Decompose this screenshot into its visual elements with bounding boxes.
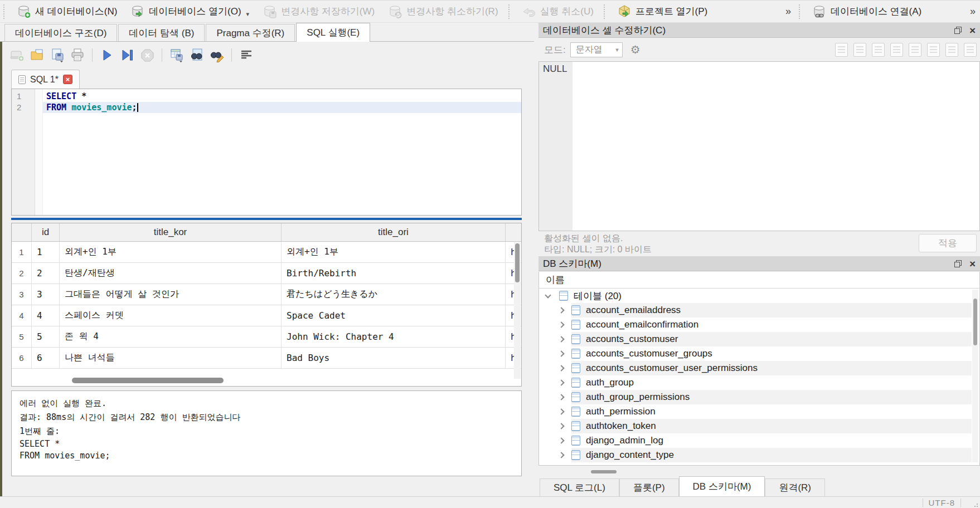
mode-select[interactable]: 문자열 ▾: [570, 42, 623, 57]
row-number-cell[interactable]: 4: [12, 305, 32, 326]
row-number-cell[interactable]: 6: [12, 348, 32, 368]
table-cell[interactable]: 그대들은 어떻게 살 것인가: [60, 284, 282, 305]
chevron-right-icon[interactable]: [558, 452, 564, 458]
import-text-icon[interactable]: [835, 43, 848, 57]
clipped-cell[interactable]: h: [506, 326, 515, 347]
chevron-right-icon[interactable]: [558, 321, 564, 328]
clipped-cell[interactable]: h: [506, 348, 515, 368]
schema-column-header[interactable]: 이름: [539, 272, 979, 289]
chevron-right-icon[interactable]: [558, 423, 564, 429]
table-cell[interactable]: 2: [32, 263, 60, 284]
table-row[interactable]: 11외계+인 1부외계+인 1부h: [12, 242, 521, 263]
sql-editor-lines[interactable]: SELECT *FROM movies_movie;: [43, 89, 521, 215]
toolbar-overflow-chevron[interactable]: »: [966, 6, 980, 17]
tab-execute-sql[interactable]: SQL 실행(E): [296, 23, 370, 42]
copy-link-icon[interactable]: [927, 43, 940, 57]
find-replace-button[interactable]: [208, 47, 225, 63]
row-number-cell[interactable]: 2: [12, 263, 32, 284]
column-header-clipped[interactable]: [506, 223, 515, 241]
chevron-right-icon[interactable]: [558, 408, 564, 414]
clipped-cell[interactable]: h: [506, 305, 515, 326]
tab-remote[interactable]: 원격(R): [765, 478, 825, 496]
table-cell[interactable]: 외계+인 1부: [60, 242, 282, 262]
tree-item-table[interactable]: auth_group_permissions: [539, 390, 979, 404]
table-cell[interactable]: 외계+인 1부: [282, 242, 506, 262]
table-row[interactable]: 55존 윅 4John Wick: Chapter 4h: [12, 326, 521, 348]
tab-db-schema[interactable]: DB 스키마(M): [679, 476, 765, 496]
tree-item-table[interactable]: account_emailconfirmation: [539, 318, 979, 332]
dock-close-icon[interactable]: ×: [969, 25, 976, 36]
sql-editor-tab[interactable]: SQL 1* ×: [11, 70, 80, 89]
clipped-cell[interactable]: h: [506, 263, 515, 284]
tree-item-tables-root[interactable]: 테이블 (20): [539, 289, 979, 303]
toolbar-overflow-chevron[interactable]: »: [781, 6, 795, 17]
results-corner-header[interactable]: [12, 223, 32, 241]
schema-vertical-scrollbar[interactable]: [972, 290, 978, 462]
row-number-cell[interactable]: 3: [12, 284, 32, 305]
dock-close-icon[interactable]: ×: [969, 258, 976, 269]
results-horizontal-scrollbar-handle[interactable]: [72, 378, 224, 383]
table-cell[interactable]: Space Cadet: [282, 305, 506, 326]
attach-database-button[interactable]: 데이터베이스 연결(A): [806, 2, 928, 21]
tree-item-table[interactable]: accounts_customuser: [539, 332, 979, 346]
tree-item-table[interactable]: auth_permission: [539, 404, 979, 419]
table-cell[interactable]: Bad Boys: [282, 348, 506, 368]
format-sql-icon[interactable]: [238, 47, 255, 63]
encoding-indicator[interactable]: UTF-8: [929, 498, 955, 507]
gear-icon[interactable]: ⚙: [627, 41, 644, 58]
save-as-icon[interactable]: [890, 43, 903, 57]
stop-execution-button[interactable]: [139, 47, 156, 63]
execute-sql-button[interactable]: [99, 47, 115, 63]
table-cell[interactable]: 나쁜 녀석들: [60, 348, 282, 368]
open-database-dropdown-caret[interactable]: ▾: [246, 11, 250, 18]
save-results-button[interactable]: [168, 47, 185, 63]
editor-results-splitter[interactable]: [11, 218, 522, 220]
table-row[interactable]: 44스페이스 커뎃Space Cadeth: [12, 305, 521, 326]
tab-database-structure[interactable]: 데이터베이스 구조(D): [4, 24, 117, 41]
dock-float-icon[interactable]: [954, 260, 962, 267]
dock-float-icon[interactable]: [954, 27, 962, 34]
tree-item-table[interactable]: account_emailaddress: [539, 303, 979, 318]
table-cell[interactable]: 4: [32, 305, 60, 326]
row-number-cell[interactable]: 5: [12, 326, 32, 347]
execution-log[interactable]: 에러 없이 실행 완료.결과: 88ms의 시간이 걸려서 282 행이 반환되…: [11, 390, 522, 476]
open-project-button[interactable]: 프로젝트 열기(P): [610, 2, 714, 21]
tab-sql-log[interactable]: SQL 로그(L): [540, 478, 619, 496]
resize-grip[interactable]: [971, 500, 979, 508]
table-cell[interactable]: 5: [32, 326, 60, 347]
code-line[interactable]: SELECT *: [43, 91, 521, 102]
table-cell[interactable]: 1: [32, 242, 60, 262]
table-cell[interactable]: 君たちはどう生きるか: [282, 284, 506, 305]
sql-editor[interactable]: 12 SELECT *FROM movies_movie;: [11, 89, 522, 216]
code-line[interactable]: FROM movies_movie;: [43, 102, 521, 113]
set-null-icon[interactable]: [945, 43, 958, 57]
chevron-right-icon[interactable]: [558, 394, 564, 400]
toolbar-drag-handle[interactable]: [3, 4, 4, 19]
open-database-button[interactable]: 데이터베이스 열기(O) ▾: [124, 2, 256, 21]
tree-item-table[interactable]: auth_group: [539, 375, 979, 390]
clipped-cell[interactable]: h: [506, 242, 515, 262]
apply-button[interactable]: 적용: [919, 234, 977, 252]
chevron-right-icon[interactable]: [558, 379, 564, 385]
table-cell[interactable]: 3: [32, 284, 60, 305]
word-wrap-icon[interactable]: [853, 43, 866, 57]
chevron-down-icon[interactable]: [545, 292, 551, 298]
row-number-cell[interactable]: 1: [12, 242, 32, 262]
open-external-icon[interactable]: [872, 43, 885, 57]
write-changes-button[interactable]: 변경사항 저장하기(W): [256, 2, 381, 21]
tab-browse-data[interactable]: 데이터 탐색 (B): [118, 24, 205, 41]
save-sql-file-button[interactable]: [49, 47, 66, 63]
find-in-sql-button[interactable]: [188, 47, 205, 63]
chevron-right-icon[interactable]: [558, 365, 564, 371]
tab-edit-pragmas[interactable]: Pragma 수정(R): [206, 24, 295, 41]
cell-editor-area[interactable]: NULL: [538, 61, 980, 231]
tree-item-table[interactable]: django_admin_log: [539, 433, 979, 448]
table-cell[interactable]: 탄생/재탄생: [60, 263, 282, 284]
table-row[interactable]: 33그대들은 어떻게 살 것인가君たちはどう生きるかh: [12, 284, 521, 305]
table-cell[interactable]: 6: [32, 348, 60, 368]
chevron-right-icon[interactable]: [558, 336, 564, 342]
results-vertical-scrollbar[interactable]: [514, 242, 521, 379]
clipped-cell[interactable]: h: [506, 284, 515, 305]
chevron-right-icon[interactable]: [558, 307, 564, 313]
revert-changes-button[interactable]: 변경사항 취소하기(R): [381, 2, 504, 21]
